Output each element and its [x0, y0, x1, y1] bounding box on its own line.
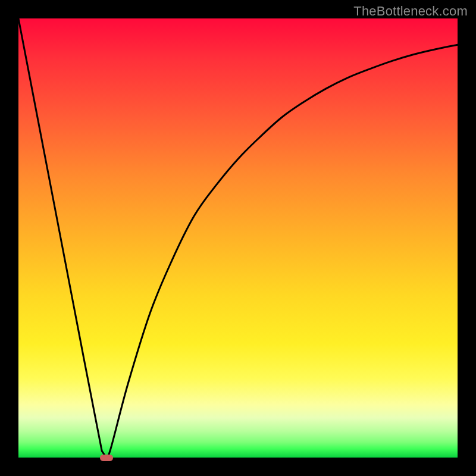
- chart-frame: TheBottleneck.com: [0, 0, 476, 476]
- plot-area: [18, 18, 458, 458]
- bottleneck-curve: [18, 18, 458, 458]
- min-marker: [100, 455, 113, 461]
- watermark-text: TheBottleneck.com: [353, 4, 468, 19]
